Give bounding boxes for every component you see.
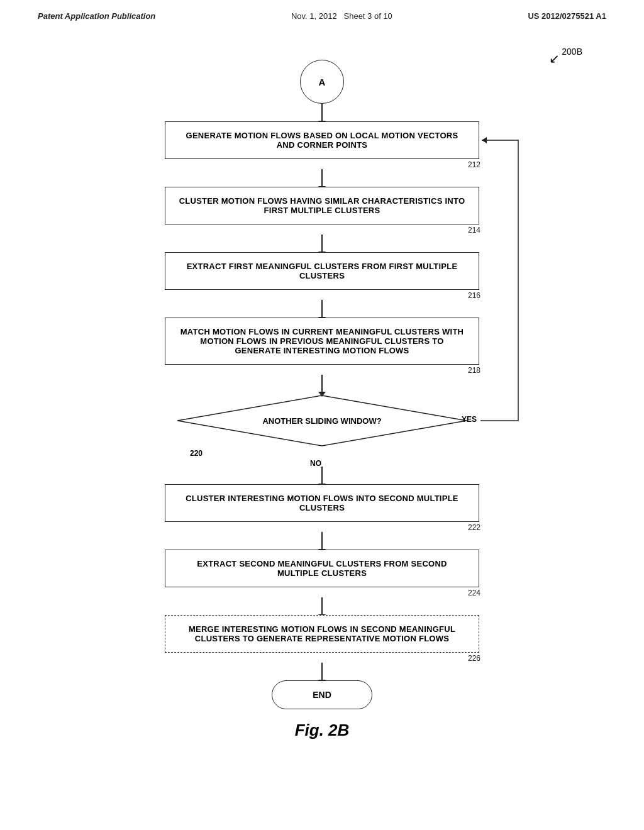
diamond-220: ANOTHER SLIDING WINDOW? YES <box>165 392 479 449</box>
box-226: MERGE INTERESTING MOTION FLOWS IN SECOND… <box>165 615 479 653</box>
box-216: EXTRACT FIRST MEANINGFUL CLUSTERS FROM F… <box>165 252 479 290</box>
arrow-5 <box>321 375 323 392</box>
header-right: US 2012/0275521 A1 <box>528 11 606 21</box>
step-label-226: 226 <box>468 654 480 663</box>
arrow-9 <box>321 663 323 680</box>
arrow-7 <box>321 532 323 550</box>
arrow-1 <box>321 104 323 121</box>
box-218: MATCH MOTION FLOWS IN CURRENT MEANINGFUL… <box>165 318 479 365</box>
step-label-224: 224 <box>468 589 480 597</box>
arrow-8 <box>321 597 323 615</box>
step-label-218: 218 <box>468 366 480 375</box>
figure-label: Fig. 2B <box>295 721 350 740</box>
arrow-6 <box>321 467 323 484</box>
box-214: CLUSTER MOTION FLOWS HAVING SIMILAR CHAR… <box>165 187 479 224</box>
end-box: END <box>272 680 372 709</box>
step-label-220: 220 <box>190 449 203 458</box>
box-222: CLUSTER INTERESTING MOTION FLOWS INTO SE… <box>165 484 479 522</box>
no-label: NO <box>310 459 321 468</box>
page-header: Patent Application Publication Nov. 1, 2… <box>0 0 644 27</box>
step-label-216: 216 <box>468 291 480 300</box>
arrow-4 <box>321 300 323 318</box>
step-label-222: 222 <box>468 523 480 532</box>
arrow-3 <box>321 235 323 252</box>
header-center: Nov. 1, 2012 Sheet 3 of 10 <box>291 11 392 21</box>
step-label-214: 214 <box>468 226 480 235</box>
start-circle: A <box>300 60 344 104</box>
header-left: Patent Application Publication <box>38 11 155 21</box>
step-label-212: 212 <box>468 160 480 169</box>
box-212: GENERATE MOTION FLOWS BASED ON LOCAL MOT… <box>165 121 479 159</box>
yes-label: YES <box>462 415 477 424</box>
box-224: EXTRACT SECOND MEANINGFUL CLUSTERS FROM … <box>165 550 479 587</box>
ref-label: 200B <box>562 47 582 57</box>
diagram: 200B ↙ A GENERATE MOTION FLOWS BASED ON … <box>0 27 644 740</box>
arrow-2 <box>321 169 323 187</box>
